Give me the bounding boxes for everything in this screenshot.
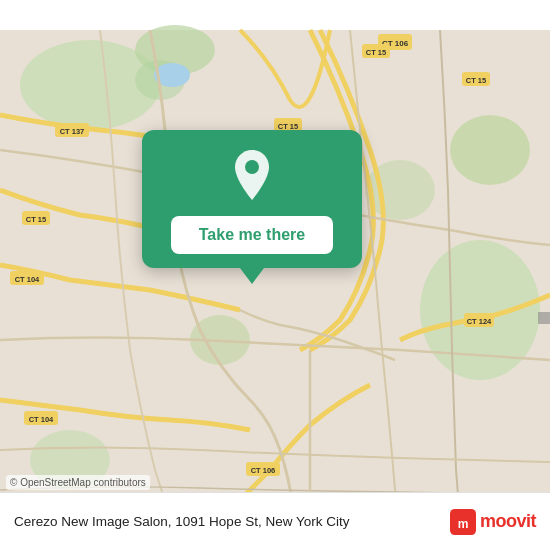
- popup-card: Take me there: [142, 130, 362, 268]
- location-text: Cerezo New Image Salon, 1091 Hope St, Ne…: [14, 514, 450, 529]
- svg-text:CT 106: CT 106: [251, 466, 276, 475]
- map-background: CT 106 CT 15 CT 15 CT 137 CT 15 CT 15 CT…: [0, 0, 550, 550]
- map-attribution: © OpenStreetMap contributors: [6, 475, 150, 490]
- svg-text:CT 15: CT 15: [26, 215, 46, 224]
- bottom-bar: Cerezo New Image Salon, 1091 Hope St, Ne…: [0, 492, 550, 550]
- svg-text:CT 137: CT 137: [60, 127, 85, 136]
- svg-text:CT 124: CT 124: [467, 317, 492, 326]
- svg-text:CT 15: CT 15: [466, 76, 486, 85]
- popup-arrow: [240, 268, 264, 284]
- location-pin-icon: [230, 148, 274, 202]
- svg-text:CT 104: CT 104: [29, 415, 54, 424]
- take-me-there-button[interactable]: Take me there: [171, 216, 333, 254]
- svg-point-31: [245, 160, 259, 174]
- moovit-logo-icon: m: [450, 509, 476, 535]
- svg-point-4: [450, 115, 530, 185]
- moovit-logo: m moovit: [450, 509, 536, 535]
- moovit-logo-text: moovit: [480, 511, 536, 532]
- svg-rect-30: [538, 312, 550, 324]
- svg-text:CT 15: CT 15: [366, 48, 386, 57]
- svg-text:m: m: [458, 516, 469, 530]
- svg-text:CT 104: CT 104: [15, 275, 40, 284]
- map-container: CT 106 CT 15 CT 15 CT 137 CT 15 CT 15 CT…: [0, 0, 550, 550]
